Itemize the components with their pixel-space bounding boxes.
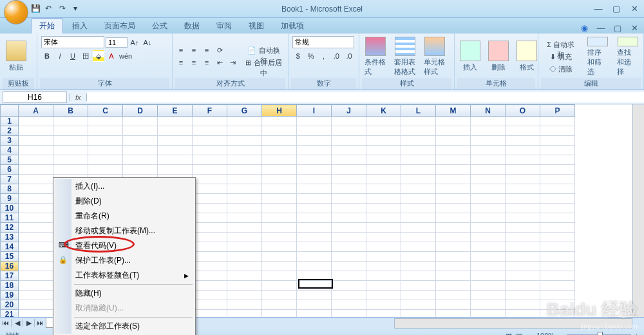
- cell-A13[interactable]: [19, 233, 53, 242]
- cell-F21[interactable]: [193, 310, 227, 318]
- cell-F17[interactable]: [193, 271, 227, 281]
- find-select-button[interactable]: 查找和选择: [614, 35, 641, 78]
- col-header-O[interactable]: O: [506, 105, 540, 117]
- decrease-indent-icon[interactable]: ⇤: [214, 57, 225, 68]
- horizontal-scrollbar[interactable]: [394, 318, 632, 329]
- menu-delete[interactable]: 删除(D): [55, 194, 194, 209]
- cell-E6[interactable]: [158, 165, 193, 175]
- cell-N5[interactable]: [471, 155, 506, 165]
- cell-I19[interactable]: [297, 291, 332, 300]
- cell-I13[interactable]: [297, 233, 332, 242]
- row-header-17[interactable]: 17: [1, 271, 19, 281]
- cell-M3[interactable]: [436, 136, 471, 146]
- cell-O21[interactable]: [506, 310, 540, 318]
- tab-page-layout[interactable]: 页面布局: [97, 19, 143, 34]
- row-header-1[interactable]: 1: [1, 117, 19, 126]
- cell-N19[interactable]: [471, 291, 506, 300]
- cell-M21[interactable]: [436, 310, 471, 318]
- sheet-nav-next[interactable]: ▶: [23, 319, 35, 327]
- tab-home[interactable]: 开始: [31, 18, 63, 34]
- cell-G12[interactable]: [227, 223, 262, 233]
- col-header-B[interactable]: B: [53, 105, 88, 117]
- save-icon[interactable]: 💾: [31, 4, 41, 14]
- cell-A17[interactable]: [19, 271, 53, 281]
- cell-J12[interactable]: [332, 223, 366, 233]
- cell-O6[interactable]: [506, 165, 540, 175]
- cell-P6[interactable]: [540, 165, 575, 175]
- align-center-icon[interactable]: ≡: [188, 57, 200, 68]
- col-header-I[interactable]: I: [297, 105, 332, 117]
- cell-N15[interactable]: [471, 252, 506, 262]
- cell-M8[interactable]: [436, 184, 471, 194]
- cell-K17[interactable]: [366, 271, 401, 281]
- cell-N20[interactable]: [471, 300, 506, 310]
- cell-I9[interactable]: [297, 194, 332, 204]
- help-icon[interactable]: ◉: [578, 23, 590, 34]
- cell-O19[interactable]: [506, 291, 540, 300]
- cell-O5[interactable]: [506, 155, 540, 165]
- cell-I16[interactable]: [297, 262, 332, 271]
- cell-H9[interactable]: [262, 194, 297, 204]
- row-header-19[interactable]: 19: [1, 291, 19, 300]
- merge-center-button[interactable]: ⊞ 合并后居中: [242, 57, 285, 68]
- redo-icon[interactable]: ↷: [59, 4, 70, 14]
- cell-P11[interactable]: [540, 213, 575, 223]
- cell-L14[interactable]: [401, 242, 436, 252]
- cell-J13[interactable]: [332, 233, 366, 242]
- cell-H16[interactable]: [262, 262, 297, 271]
- cell-G5[interactable]: [227, 155, 262, 165]
- col-header-L[interactable]: L: [401, 105, 436, 117]
- cell-K8[interactable]: [366, 184, 401, 194]
- cell-K14[interactable]: [366, 242, 401, 252]
- cell-C6[interactable]: [88, 165, 123, 175]
- col-header-J[interactable]: J: [332, 105, 366, 117]
- sheet-nav-prev[interactable]: ◀: [12, 319, 23, 327]
- cell-K10[interactable]: [366, 204, 401, 213]
- tab-formulas[interactable]: 公式: [144, 19, 175, 34]
- delete-cells-button[interactable]: 删除: [486, 35, 511, 78]
- fx-icon[interactable]: fx: [70, 93, 87, 101]
- cell-L6[interactable]: [401, 165, 436, 175]
- cell-G16[interactable]: [227, 262, 262, 271]
- cell-J11[interactable]: [332, 213, 366, 223]
- number-format-select[interactable]: 常规: [292, 36, 354, 48]
- increase-indent-icon[interactable]: ⇥: [227, 57, 238, 68]
- row-header-21[interactable]: 21: [1, 310, 19, 318]
- cell-I11[interactable]: [297, 213, 332, 223]
- zoom-in-button[interactable]: +: [635, 332, 639, 335]
- cell-P1[interactable]: [540, 117, 575, 126]
- cell-H20[interactable]: [262, 300, 297, 310]
- cell-J6[interactable]: [332, 165, 366, 175]
- cell-L18[interactable]: [401, 281, 436, 291]
- phonetic-button[interactable]: wén: [118, 50, 130, 62]
- cell-G11[interactable]: [227, 213, 262, 223]
- cell-H18[interactable]: [262, 281, 297, 291]
- cell-F5[interactable]: [193, 155, 227, 165]
- cell-H1[interactable]: [262, 117, 297, 126]
- cell-H21[interactable]: [262, 310, 297, 318]
- cell-styles-button[interactable]: 单元格样式: [421, 35, 448, 78]
- row-header-11[interactable]: 11: [1, 213, 19, 223]
- insert-cells-button[interactable]: 插入: [457, 35, 483, 78]
- cell-B1[interactable]: [53, 117, 88, 126]
- cell-I21[interactable]: [297, 310, 332, 318]
- row-header-2[interactable]: 2: [1, 126, 19, 136]
- tab-data[interactable]: 数据: [176, 19, 207, 34]
- cell-M19[interactable]: [436, 291, 471, 300]
- cell-A15[interactable]: [19, 252, 53, 262]
- increase-font-icon[interactable]: A↑: [129, 37, 140, 48]
- cell-A12[interactable]: [19, 223, 53, 233]
- cell-G17[interactable]: [227, 271, 262, 281]
- cell-I18[interactable]: [297, 281, 332, 291]
- cell-N18[interactable]: [471, 281, 506, 291]
- cell-F1[interactable]: [193, 117, 227, 126]
- cell-J1[interactable]: [332, 117, 366, 126]
- col-header-D[interactable]: D: [123, 105, 158, 117]
- zoom-thumb[interactable]: [598, 332, 603, 335]
- cell-C2[interactable]: [88, 126, 123, 136]
- cell-N13[interactable]: [471, 233, 506, 242]
- cell-P4[interactable]: [540, 146, 575, 155]
- cell-J15[interactable]: [332, 252, 366, 262]
- cell-H4[interactable]: [262, 146, 297, 155]
- ribbon-close-button[interactable]: ✕: [629, 23, 640, 34]
